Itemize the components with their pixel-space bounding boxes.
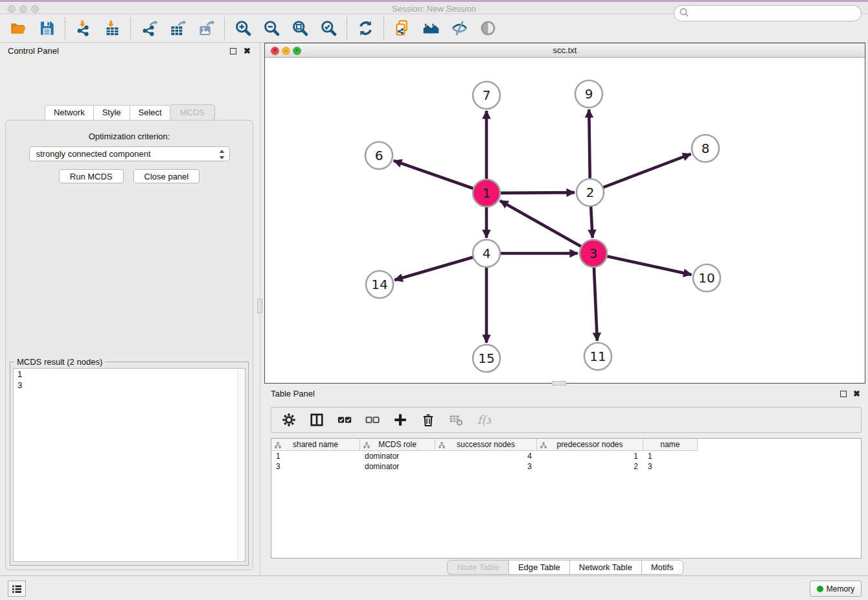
table-row[interactable]: 1dominator411 bbox=[271, 451, 861, 461]
export-table-button[interactable] bbox=[168, 19, 187, 38]
graph-node-15[interactable]: 15 bbox=[473, 345, 500, 372]
tab-motifs[interactable]: Motifs bbox=[641, 560, 683, 575]
run-mcds-button[interactable]: Run MCDS bbox=[59, 169, 124, 183]
zoom-selected-button[interactable] bbox=[319, 19, 337, 38]
close-panel-button[interactable]: Close panel bbox=[133, 169, 200, 183]
optimization-criterion-select[interactable]: strongly connected component bbox=[29, 146, 230, 161]
tab-mcds[interactable]: MCDS bbox=[170, 104, 215, 121]
export-table-icon bbox=[169, 19, 187, 37]
network-window-titlebar[interactable]: ✕ – + scc.txt bbox=[265, 43, 865, 58]
column-header-successor-nodes[interactable]: successor nodes bbox=[435, 439, 537, 451]
delete-column-button[interactable] bbox=[421, 413, 435, 427]
tab-style[interactable]: Style bbox=[93, 105, 130, 121]
save-session-icon bbox=[38, 19, 56, 37]
delete-column-icon bbox=[421, 413, 435, 427]
zoom-selected-icon bbox=[320, 19, 337, 37]
tab-node-table[interactable]: Node Table bbox=[447, 560, 508, 575]
table-panel-close-button[interactable]: ✖ bbox=[853, 389, 860, 398]
table-header-row: shared nameMCDS rolesuccessor nodesprede… bbox=[271, 439, 861, 451]
graph-node-6[interactable]: 6 bbox=[365, 142, 393, 169]
table-cell[interactable]: dominator bbox=[360, 451, 435, 461]
control-panel: Control Panel ✖ NetworkStyleSelectMCDS O… bbox=[0, 43, 260, 575]
edge-1-2[interactable] bbox=[499, 192, 575, 193]
edge-1-6[interactable] bbox=[394, 161, 475, 189]
column-header-label: predecessor nodes bbox=[556, 440, 622, 449]
tab-network[interactable]: Network bbox=[45, 105, 93, 121]
columns-button[interactable] bbox=[310, 413, 324, 427]
import-network-button[interactable] bbox=[74, 19, 93, 38]
graph-node-3[interactable]: 3 bbox=[580, 240, 607, 267]
table-cell[interactable]: 1 bbox=[537, 451, 643, 461]
graph-node-14[interactable]: 14 bbox=[366, 271, 393, 298]
zoom-fit-button[interactable] bbox=[291, 19, 309, 38]
edge-2-3[interactable] bbox=[591, 205, 593, 238]
edge-3-11[interactable] bbox=[594, 266, 597, 341]
search-box[interactable] bbox=[674, 5, 862, 21]
toolbar-group bbox=[347, 19, 383, 38]
edge-2-8[interactable] bbox=[602, 154, 691, 189]
deselect-all-button[interactable] bbox=[365, 413, 380, 427]
save-session-button[interactable] bbox=[38, 19, 56, 38]
graph-node-1[interactable]: 1 bbox=[473, 179, 500, 207]
table-splitter-handle[interactable] bbox=[552, 381, 566, 386]
table-cell[interactable]: 3 bbox=[271, 461, 360, 472]
mcds-result-scrollbar[interactable] bbox=[238, 369, 245, 561]
table-cell[interactable]: 3 bbox=[643, 461, 698, 472]
export-image-button[interactable] bbox=[197, 19, 215, 38]
graph-node-9[interactable]: 9 bbox=[575, 80, 602, 108]
edge-2-9[interactable] bbox=[589, 110, 589, 180]
task-history-button[interactable] bbox=[8, 581, 26, 597]
edge-3-10[interactable] bbox=[606, 256, 692, 275]
memory-button[interactable]: Memory bbox=[810, 581, 862, 597]
graph-node-11[interactable]: 11 bbox=[584, 343, 611, 370]
table-cell[interactable]: dominator bbox=[360, 461, 435, 472]
mcds-tab-content: Optimization criterion: strongly connect… bbox=[5, 120, 253, 570]
hide-annotations-button[interactable] bbox=[450, 19, 468, 38]
graph-node-2[interactable]: 2 bbox=[577, 179, 604, 206]
node-label: 11 bbox=[589, 349, 606, 364]
add-column-button[interactable] bbox=[393, 413, 407, 427]
select-all-button[interactable] bbox=[337, 413, 352, 427]
function-builder-button[interactable]: f(x) bbox=[477, 413, 491, 427]
column-header-MCDS-role[interactable]: MCDS role bbox=[360, 439, 435, 451]
refresh-view-button[interactable] bbox=[356, 19, 374, 38]
zoom-out-button[interactable] bbox=[262, 19, 280, 38]
export-network-button[interactable] bbox=[140, 19, 158, 38]
clone-network-button[interactable] bbox=[393, 19, 411, 38]
column-type-icon bbox=[275, 441, 281, 450]
table-cell[interactable]: 1 bbox=[643, 451, 698, 461]
graph-node-10[interactable]: 10 bbox=[693, 264, 720, 292]
settings-button[interactable] bbox=[282, 413, 296, 427]
graphics-detail-button[interactable] bbox=[479, 19, 497, 38]
edge-4-14[interactable] bbox=[394, 257, 475, 280]
mcds-result-text[interactable]: 1 3 bbox=[13, 368, 246, 562]
control-panel-float-button[interactable] bbox=[230, 48, 236, 54]
import-table-button[interactable] bbox=[103, 19, 121, 38]
search-input[interactable] bbox=[689, 7, 861, 20]
table-cell[interactable]: 2 bbox=[537, 461, 643, 472]
edge-3-1[interactable] bbox=[500, 201, 583, 248]
network-canvas[interactable]: 7968124314101511 bbox=[265, 58, 865, 383]
tab-edge-table[interactable]: Edge Table bbox=[508, 560, 569, 575]
panel-splitter-handle[interactable] bbox=[257, 299, 262, 313]
table-cell[interactable]: 3 bbox=[435, 461, 537, 472]
graph-node-4[interactable]: 4 bbox=[473, 240, 500, 267]
delete-table-button[interactable] bbox=[449, 413, 463, 427]
column-header-label: MCDS role bbox=[378, 440, 417, 449]
node-table[interactable]: shared nameMCDS rolesuccessor nodesprede… bbox=[271, 438, 862, 559]
table-row[interactable]: 3dominator323 bbox=[271, 461, 861, 472]
open-session-button[interactable] bbox=[9, 19, 27, 38]
control-panel-close-button[interactable]: ✖ bbox=[244, 46, 251, 56]
column-header-name[interactable]: name bbox=[643, 439, 698, 451]
table-cell[interactable]: 4 bbox=[435, 451, 537, 461]
tab-select[interactable]: Select bbox=[130, 105, 170, 121]
graph-node-8[interactable]: 8 bbox=[692, 135, 719, 162]
column-header-shared-name[interactable]: shared name bbox=[271, 439, 360, 451]
column-header-predecessor-nodes[interactable]: predecessor nodes bbox=[537, 439, 643, 451]
graph-node-7[interactable]: 7 bbox=[473, 82, 500, 109]
table-panel-float-button[interactable] bbox=[840, 391, 847, 397]
table-cell[interactable]: 1 bbox=[271, 451, 360, 461]
zoom-in-button[interactable] bbox=[234, 19, 252, 38]
tab-network-table[interactable]: Network Table bbox=[569, 560, 641, 575]
first-neighbors-button[interactable] bbox=[422, 19, 440, 38]
